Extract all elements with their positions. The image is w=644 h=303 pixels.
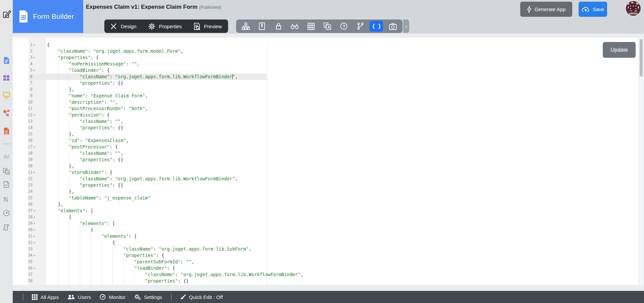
code-line[interactable]: 14 "properties": {} <box>13 125 639 131</box>
app-logo[interactable]: Form Builder <box>13 0 83 33</box>
resources-icon[interactable] <box>3 181 10 188</box>
userview-icon[interactable] <box>3 91 10 99</box>
form-title: Expenses Claim v1: Expense Claim Form <box>86 4 198 10</box>
code-line[interactable]: 39 }, <box>13 284 639 285</box>
fold-toggle-icon[interactable]: ▾ <box>34 214 35 220</box>
code-line[interactable]: 29▾ "elements": [ <box>13 220 639 227</box>
code-line[interactable]: 35 "parentSubFormId": "", <box>13 259 639 265</box>
screenshot-camera-icon[interactable] <box>386 21 399 32</box>
code-line[interactable]: 7 "properties": {} <box>13 80 639 86</box>
fold-toggle-icon[interactable]: ▾ <box>34 220 35 227</box>
code-line[interactable]: 10 "description": "", <box>13 99 639 105</box>
code-line[interactable]: 23 "properties": {} <box>13 182 639 188</box>
code-text: "permission": { <box>47 112 110 118</box>
fold-toggle-icon[interactable]: ▾ <box>34 42 35 48</box>
code-line[interactable]: 33 "className": "org.joget.apps.form.lib… <box>13 246 639 252</box>
element-tree-icon[interactable] <box>255 21 269 32</box>
fold-toggle-icon[interactable]: ▾ <box>34 240 35 246</box>
toolbar-overflow-chevron[interactable]: › <box>403 19 409 33</box>
code-line[interactable]: 34▾ "properties": { <box>13 252 639 259</box>
user-avatar[interactable]: admin <box>626 1 641 16</box>
scrollbar-thumb[interactable] <box>640 39 643 77</box>
footer-users[interactable]: Users <box>67 294 91 300</box>
apps-grid-icon <box>32 294 38 300</box>
fold-toggle-icon[interactable]: ▾ <box>34 265 35 271</box>
fold-toggle-icon[interactable]: ▾ <box>34 112 35 118</box>
fold-toggle-icon[interactable]: ▾ <box>34 252 35 259</box>
code-line[interactable]: 27▾ "elements": [ <box>13 208 639 214</box>
json-braces-icon[interactable]: { } <box>370 21 383 32</box>
fold-toggle-icon[interactable]: ▾ <box>34 208 35 214</box>
footer-all-apps[interactable]: All Apps <box>32 294 59 300</box>
code-line[interactable]: 8 }, <box>13 86 639 93</box>
code-line[interactable]: 15 }, <box>13 131 639 137</box>
tab-properties[interactable]: Properties <box>148 23 182 30</box>
footer-monitor[interactable]: Monitor <box>100 294 125 300</box>
table-grid-icon[interactable] <box>305 21 318 32</box>
generate-app-button[interactable]: Generate App <box>520 2 572 17</box>
code-line[interactable]: 20 }, <box>13 163 639 169</box>
help-icon[interactable]: ? <box>337 21 351 32</box>
tab-preview[interactable]: Preview <box>193 23 222 30</box>
form-icon[interactable] <box>3 57 10 64</box>
code-line[interactable]: 38 "properties": {} <box>13 278 639 284</box>
code-line[interactable]: 16 "id": "ExpensesClaim", <box>13 137 639 144</box>
version-branch-icon[interactable] <box>354 21 367 32</box>
fold-toggle-icon[interactable]: ▾ <box>34 54 35 61</box>
report-icon[interactable] <box>3 127 10 135</box>
code-line[interactable]: 11 "postProcessorRunOn": "both", <box>13 105 639 112</box>
fold-toggle-icon[interactable]: ▾ <box>34 169 35 176</box>
code-line[interactable]: 3▾ "properties": { <box>13 54 639 61</box>
code-line[interactable]: 31▾ "elements": [ <box>13 233 639 240</box>
fold-toggle-icon[interactable]: ▾ <box>34 227 35 233</box>
save-button[interactable]: Save <box>579 2 607 17</box>
code-line[interactable]: 17▾ "postProcessor": { <box>13 144 639 150</box>
code-line[interactable]: 32▾ { <box>13 240 639 246</box>
tab-design[interactable]: Design <box>110 23 137 30</box>
datalist-icon[interactable] <box>3 74 10 82</box>
json-code-editor[interactable]: 1▾{2 "className": "org.joget.apps.form.m… <box>13 38 639 285</box>
code-line[interactable]: 4 "noPermissionMessage": "", <box>13 61 639 67</box>
code-text: "elements": [ <box>47 220 115 227</box>
code-line[interactable]: 28▾ { <box>13 214 639 220</box>
license-icon[interactable] <box>3 224 10 231</box>
find-binoculars-icon[interactable] <box>288 21 302 32</box>
code-line[interactable]: 2 "className": "org.joget.apps.form.mode… <box>13 48 639 54</box>
code-line[interactable]: 18 "className": "", <box>13 150 639 157</box>
code-line[interactable]: 6 "className": "org.joget.apps.form.lib.… <box>13 74 639 80</box>
fold-toggle-icon[interactable]: ▾ <box>34 144 35 150</box>
code-line[interactable]: 19 "properties": {} <box>13 157 639 163</box>
code-line[interactable]: 24 }, <box>13 188 639 195</box>
code-line[interactable]: 9 "name": "Expense Claim Form", <box>13 93 639 99</box>
edit-compose-icon[interactable] <box>2 9 11 19</box>
plugin-icon[interactable] <box>3 195 10 202</box>
code-line[interactable]: 22 "className": "org.joget.apps.form.lib… <box>13 176 639 182</box>
footer-settings[interactable]: Settings <box>134 294 162 300</box>
code-text: "loadBinder": { <box>47 67 110 74</box>
performance-icon[interactable] <box>3 209 10 217</box>
code-line[interactable]: 12▾ "permission": { <box>13 112 639 118</box>
localization-icon[interactable]: A <box>321 21 334 32</box>
code-line[interactable]: 1▾{ <box>13 42 639 48</box>
update-button[interactable]: Update <box>603 42 636 58</box>
fold-toggle-icon[interactable]: ▾ <box>34 233 35 240</box>
code-line[interactable]: 5▾ "loadBinder": { <box>13 67 639 74</box>
fold-toggle-icon[interactable]: ▾ <box>34 67 35 74</box>
editor-scrollbar[interactable] <box>639 38 643 285</box>
i18n-icon[interactable]: A <box>3 168 10 175</box>
lock-permission-icon[interactable] <box>272 21 285 32</box>
env-variable-icon[interactable]: {x} <box>3 154 10 161</box>
code-line[interactable]: 37 "className": "org.joget.apps.form.lib… <box>13 271 639 278</box>
code-line[interactable]: 25 "tableName": "j_expense_claim" <box>13 195 639 201</box>
code-text: }, <box>47 163 74 169</box>
sitemap-icon[interactable] <box>239 21 253 32</box>
code-line[interactable]: 21▾ "storeBinder": { <box>13 169 639 176</box>
code-line[interactable]: 36▾ "loadBinder": { <box>13 265 639 271</box>
code-line[interactable]: 26 }, <box>13 201 639 208</box>
code-line[interactable]: 13 "className": "", <box>13 118 639 125</box>
line-number: 10 <box>13 99 33 105</box>
footer-quick-edit[interactable]: Quick Edit : Off <box>180 294 223 300</box>
tab-label: Design <box>121 24 137 29</box>
code-line[interactable]: 30▾ { <box>13 227 639 233</box>
process-icon[interactable] <box>3 109 10 117</box>
